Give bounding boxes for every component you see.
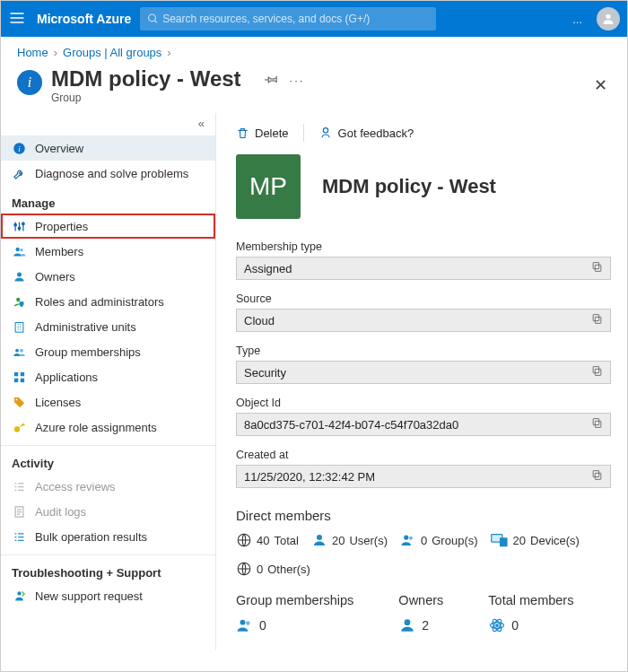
global-search[interactable] — [140, 7, 436, 31]
close-icon[interactable]: ✕ — [590, 72, 611, 99]
sidebar-item-audit-logs[interactable]: Audit logs — [1, 499, 215, 524]
hamburger-menu-icon[interactable] — [8, 9, 28, 29]
sidebar-item-roles[interactable]: Roles and administrators — [1, 289, 215, 314]
stat-value: 20 — [513, 534, 526, 547]
stat-value: 0 — [421, 534, 427, 547]
svg-rect-17 — [13, 378, 17, 381]
stat-total[interactable]: 40 Total — [236, 532, 299, 548]
chevron-right-icon: › — [54, 46, 57, 59]
wrench-icon — [12, 166, 26, 180]
summary-value: 0 — [511, 618, 519, 633]
stat-label: Device(s) — [530, 534, 580, 547]
breadcrumb-groups[interactable]: Groups | All groups — [63, 46, 161, 59]
breadcrumb: Home › Groups | All groups › — [1, 37, 627, 61]
delete-button[interactable]: Delete — [236, 127, 289, 140]
feedback-button[interactable]: Got feedback? — [318, 126, 414, 140]
devices-icon — [491, 532, 509, 548]
breadcrumb-home[interactable]: Home — [17, 46, 48, 59]
people-icon — [236, 616, 254, 634]
stat-devices[interactable]: 20 Device(s) — [491, 532, 580, 548]
sidebar-item-label: Owners — [35, 270, 75, 284]
svg-point-35 — [317, 535, 322, 540]
tag-icon — [12, 395, 26, 409]
sidebar-item-members[interactable]: Members — [1, 239, 215, 264]
sidebar-item-label: Overview — [35, 142, 83, 155]
atom-icon — [488, 616, 506, 634]
sidebar-item-applications[interactable]: Applications — [1, 364, 215, 389]
chevron-right-icon: › — [167, 46, 170, 59]
svg-point-14 — [20, 348, 23, 352]
stat-other[interactable]: 0 Other(s) — [236, 561, 310, 577]
svg-rect-30 — [595, 421, 601, 427]
svg-point-6 — [18, 227, 21, 230]
summary-total-members[interactable]: Total members 0 — [488, 593, 573, 634]
svg-point-5 — [13, 223, 16, 226]
summary-group-memberships[interactable]: Group memberships 0 — [236, 593, 353, 634]
svg-rect-15 — [13, 371, 17, 375]
search-input[interactable] — [162, 13, 429, 25]
svg-point-10 — [17, 272, 22, 276]
user-avatar-icon[interactable] — [597, 7, 620, 31]
sidebar-section-support: Troubleshooting + Support — [1, 554, 215, 583]
sidebar-collapse-icon[interactable]: « — [1, 113, 215, 135]
globe-icon — [236, 561, 252, 577]
svg-line-1 — [155, 21, 158, 23]
sidebar-item-label: New support request — [35, 589, 143, 603]
svg-point-43 — [405, 619, 411, 625]
group-icon — [12, 345, 26, 359]
copy-icon[interactable] — [591, 261, 603, 275]
sidebar-item-admin-units[interactable]: Administrative units — [1, 314, 215, 339]
stat-value: 0 — [257, 563, 263, 576]
sidebar-item-overview[interactable]: i Overview — [1, 135, 215, 161]
copy-icon[interactable] — [591, 365, 603, 380]
sidebar-item-role-assignments[interactable]: Azure role assignments — [1, 415, 215, 440]
svg-rect-31 — [593, 419, 599, 425]
sidebar-item-group-memberships[interactable]: Group memberships — [1, 339, 215, 364]
stat-label: Group(s) — [432, 534, 477, 547]
sidebar-item-diagnose[interactable]: Diagnose and solve problems — [1, 161, 215, 186]
svg-point-11 — [16, 297, 20, 301]
field-label-object-id: Object Id — [236, 397, 611, 409]
stat-users[interactable]: 20 User(s) — [311, 532, 388, 548]
sidebar-section-manage: Manage — [1, 186, 215, 214]
feedback-icon — [318, 126, 333, 140]
person-shield-icon — [12, 294, 26, 309]
stat-label: Total — [274, 534, 298, 547]
sidebar-item-access-reviews[interactable]: Access reviews — [1, 474, 215, 499]
sidebar-item-support-request[interactable]: New support request — [1, 583, 215, 608]
sidebar-item-label: Diagnose and solve problems — [35, 167, 188, 180]
sidebar-item-properties[interactable]: Properties — [1, 214, 215, 239]
sidebar-item-label: Applications — [35, 371, 98, 384]
stat-groups[interactable]: 0 Group(s) — [400, 532, 478, 548]
log-icon — [12, 504, 26, 519]
sidebar-item-licenses[interactable]: Licenses — [1, 389, 215, 415]
svg-point-19 — [15, 398, 17, 400]
topbar-more-icon[interactable]: ... — [572, 13, 582, 26]
field-source: Cloud — [236, 309, 611, 332]
more-icon[interactable]: ··· — [290, 74, 305, 87]
sidebar-item-bulk-results[interactable]: Bulk operation results — [1, 524, 215, 549]
info-icon: i — [12, 141, 26, 155]
sidebar: « i Overview Diagnose and solve problems… — [1, 113, 216, 650]
sidebar-item-label: Bulk operation results — [35, 530, 147, 544]
summary-owners[interactable]: Owners 2 — [398, 593, 443, 634]
copy-icon[interactable] — [591, 417, 603, 432]
pin-icon[interactable] — [265, 72, 279, 89]
page-subtitle: Group — [51, 92, 241, 104]
svg-point-23 — [323, 128, 327, 133]
field-value: Security — [244, 366, 286, 380]
sidebar-item-owners[interactable]: Owners — [1, 264, 215, 289]
copy-icon[interactable] — [591, 469, 603, 484]
field-label-source: Source — [236, 292, 611, 305]
svg-point-13 — [15, 348, 19, 352]
field-object-id: 8a0cd375-c701-42f4-b074-c54f70a32da0 — [236, 413, 611, 436]
info-icon: i — [17, 70, 42, 95]
copy-icon[interactable] — [591, 313, 603, 327]
person-icon — [12, 269, 26, 284]
field-value: Assigned — [244, 262, 292, 275]
svg-rect-26 — [595, 317, 601, 323]
svg-rect-18 — [20, 378, 23, 381]
svg-point-47 — [496, 624, 499, 627]
summary-label: Total members — [488, 593, 573, 607]
field-value: Cloud — [244, 314, 275, 327]
